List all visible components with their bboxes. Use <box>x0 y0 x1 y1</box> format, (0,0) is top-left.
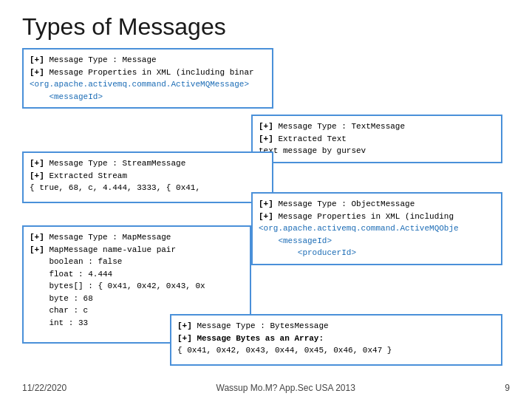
message-box-text: [+] Message Type : TextMessage [+] Extra… <box>251 115 502 163</box>
page-title: Types of Messages <box>0 0 532 48</box>
footer-date: 11/22/2020 <box>22 383 66 393</box>
message-box-object: [+] Message Type : ObjectMessage [+] Mes… <box>251 192 502 265</box>
msg-map-line6: byte : 68 <box>30 293 244 305</box>
footer-presenter: Wassup Mo.M? App.Sec USA 2013 <box>66 383 505 393</box>
msg-text-line1: [+] Message Type : TextMessage <box>259 120 495 133</box>
msg-bytes-line3: { 0x41, 0x42, 0x43, 0x44, 0x45, 0x46, 0x… <box>177 344 495 357</box>
msg-stream-line3: { true, 68, c, 4.444, 3333, { 0x41, <box>30 182 266 194</box>
msg-map-line4: float : 4.444 <box>30 268 244 281</box>
msg-map-line2: [+] MapMessage name-value pair <box>30 244 244 256</box>
msg-stream-line2: [+] Extracted Stream <box>30 170 266 183</box>
msg-main-line3: <org.apache.activemq.command.ActiveMQMes… <box>30 78 266 91</box>
msg-bytes-line1: [+] Message Type : BytesMessage <box>177 320 495 332</box>
msg-object-line2: [+] Message Properties in XML (including <box>259 211 495 223</box>
msg-object-line1: [+] Message Type : ObjectMessage <box>259 198 495 211</box>
footer-page: 9 <box>505 383 510 393</box>
message-box-bytes: [+] Message Type : BytesMessage [+] Mess… <box>170 314 502 366</box>
msg-object-line4: <messageId> <box>259 235 495 248</box>
msg-text-line3: text message by gursev <box>259 145 495 157</box>
footer: 11/22/2020 Wassup Mo.M? App.Sec USA 2013… <box>0 383 532 393</box>
msg-main-line2: [+] Message Properties in XML (including… <box>30 66 266 79</box>
msg-main-line1: [+] Message Type : Message <box>30 54 266 66</box>
message-box-main: [+] Message Type : Message [+] Message P… <box>22 48 273 109</box>
msg-object-line5: <producerId> <box>259 247 495 259</box>
content-area: [+] Message Type : Message [+] Message P… <box>22 48 510 366</box>
msg-main-line4: <messageId> <box>30 91 266 103</box>
msg-text-line2: [+] Extracted Text <box>259 133 495 146</box>
message-box-stream: [+] Message Type : StreamMessage [+] Ext… <box>22 151 273 203</box>
msg-bytes-line2: [+] Message Bytes as an Array: <box>177 332 495 345</box>
msg-object-line3: <org.apache.activemq.command.ActiveMQObj… <box>259 222 495 235</box>
msg-map-line3: boolean : false <box>30 256 244 268</box>
msg-map-line5: bytes[] : { 0x41, 0x42, 0x43, 0x <box>30 280 244 293</box>
msg-map-line1: [+] Message Type : MapMessage <box>30 231 244 244</box>
msg-stream-line1: [+] Message Type : StreamMessage <box>30 157 266 170</box>
